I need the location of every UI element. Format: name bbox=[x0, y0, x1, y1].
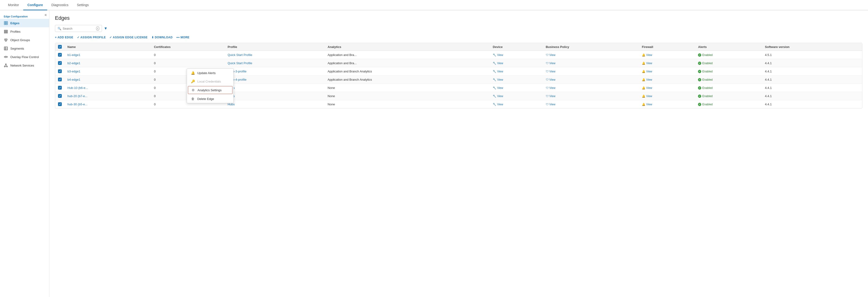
row-business-policy-3[interactable]: 🛡 View bbox=[543, 76, 639, 84]
row-analytics-6: None bbox=[325, 100, 490, 108]
svg-rect-3 bbox=[6, 23, 7, 25]
context-menu-item-update-alerts[interactable]: 🔔 Update Alerts bbox=[187, 69, 234, 77]
search-input[interactable] bbox=[63, 27, 95, 30]
filter-icon[interactable]: ▼ bbox=[104, 26, 107, 31]
sidebar-item-overlay-flow-control[interactable]: Overlay Flow Control bbox=[0, 53, 49, 61]
row-select-4[interactable] bbox=[55, 84, 65, 92]
row-software-version-5: 4.4.1 bbox=[762, 92, 862, 100]
row-name-2[interactable]: b3-edge1 bbox=[65, 67, 151, 76]
row-device-6[interactable]: 🔧 View bbox=[490, 100, 543, 108]
row-device-5[interactable]: 🔧 View bbox=[490, 92, 543, 100]
svg-line-21 bbox=[5, 65, 6, 66]
row-name-5[interactable]: hub-20 (b7-e... bbox=[65, 92, 151, 100]
row-checkbox-4[interactable] bbox=[58, 86, 62, 89]
object-groups-icon bbox=[4, 38, 8, 42]
overlay-flow-control-icon bbox=[4, 55, 8, 59]
row-analytics-0: Application and Bra... bbox=[325, 51, 490, 59]
svg-rect-0 bbox=[4, 21, 6, 23]
row-software-version-1: 4.4.1 bbox=[762, 59, 862, 67]
nav-configure[interactable]: Configure bbox=[23, 0, 47, 10]
row-analytics-1: Application and Bra... bbox=[325, 59, 490, 67]
svg-point-14 bbox=[4, 56, 5, 57]
row-analytics-2: Application and Branch Analytics bbox=[325, 67, 490, 76]
row-profile-0[interactable]: Quick Start Profile bbox=[225, 51, 325, 59]
sidebar-item-profiles[interactable]: Profiles bbox=[0, 27, 49, 36]
row-firewall-1[interactable]: 🔔 View bbox=[639, 59, 695, 67]
row-firewall-6[interactable]: 🔔 View bbox=[639, 100, 695, 108]
assign-profile-button[interactable]: ✓ ASSIGN PROFILE bbox=[77, 36, 106, 39]
sidebar-item-segments[interactable]: Segments bbox=[0, 44, 49, 53]
row-checkbox-2[interactable] bbox=[58, 70, 62, 73]
svg-rect-2 bbox=[4, 23, 6, 25]
row-business-policy-5[interactable]: 🛡 View bbox=[543, 92, 639, 100]
row-firewall-2[interactable]: 🔔 View bbox=[639, 67, 695, 76]
nav-diagnostics[interactable]: Diagnostics bbox=[47, 0, 72, 10]
row-name-6[interactable]: hub-30 (b5-e... bbox=[65, 100, 151, 108]
network-services-icon bbox=[4, 63, 8, 68]
sidebar-item-object-groups[interactable]: Object Groups bbox=[0, 36, 49, 44]
row-select-3[interactable] bbox=[55, 76, 65, 84]
row-device-2[interactable]: 🔧 View bbox=[490, 67, 543, 76]
row-profile-3[interactable]: edge-4-profile bbox=[225, 76, 325, 84]
header-analytics: Analytics bbox=[325, 43, 490, 51]
row-checkbox-1[interactable] bbox=[58, 61, 62, 65]
row-business-policy-0[interactable]: 🛡 View bbox=[543, 51, 639, 59]
row-select-5[interactable] bbox=[55, 92, 65, 100]
context-menu-item-delete-edge[interactable]: 🗑 Delete Edge bbox=[187, 94, 234, 103]
row-device-1[interactable]: 🔧 View bbox=[490, 59, 543, 67]
row-business-policy-2[interactable]: 🛡 View bbox=[543, 67, 639, 76]
row-analytics-3: Application and Branch Analytics bbox=[325, 76, 490, 84]
row-alerts-5: Enabled bbox=[695, 92, 762, 100]
add-edge-button[interactable]: + ADD EDGE bbox=[55, 36, 73, 39]
main-content: Edges 🔍 i ▼ + ADD EDGE ✓ ASSIGN PROFILE … bbox=[49, 10, 868, 297]
row-business-policy-1[interactable]: 🛡 View bbox=[543, 59, 639, 67]
row-device-3[interactable]: 🔧 View bbox=[490, 76, 543, 84]
row-profile-4[interactable]: Hubs bbox=[225, 84, 325, 92]
row-software-version-6: 4.4.1 bbox=[762, 100, 862, 108]
context-menu-item-analytics-settings[interactable]: ⚙ Analytics Settings bbox=[188, 86, 232, 94]
row-profile-1[interactable]: Quick Start Profile bbox=[225, 59, 325, 67]
search-icon: 🔍 bbox=[58, 27, 61, 30]
nav-settings[interactable]: Settings bbox=[72, 0, 93, 10]
sidebar-item-edges[interactable]: Edges bbox=[0, 19, 49, 27]
assign-edge-license-button[interactable]: ✓ ASSIGN EDGE LICENSE bbox=[110, 36, 148, 39]
row-select-2[interactable] bbox=[55, 67, 65, 76]
row-name-3[interactable]: b4-edge1 bbox=[65, 76, 151, 84]
row-device-0[interactable]: 🔧 View bbox=[490, 51, 543, 59]
header-select[interactable] bbox=[55, 43, 65, 51]
select-all-checkbox[interactable] bbox=[58, 45, 62, 49]
row-name-0[interactable]: b1-edge1 bbox=[65, 51, 151, 59]
row-firewall-5[interactable]: 🔔 View bbox=[639, 92, 695, 100]
row-firewall-0[interactable]: 🔔 View bbox=[639, 51, 695, 59]
info-icon[interactable]: i bbox=[96, 26, 99, 31]
svg-line-22 bbox=[6, 65, 7, 66]
row-profile-2[interactable]: edge-3-profile bbox=[225, 67, 325, 76]
edges-icon bbox=[4, 21, 8, 25]
row-device-4[interactable]: 🔧 View bbox=[490, 84, 543, 92]
download-button[interactable]: ⬇ DOWNLOAD bbox=[152, 36, 173, 39]
sidebar-collapse-button[interactable]: « bbox=[44, 13, 47, 17]
row-name-1[interactable]: b2-edge1 bbox=[65, 59, 151, 67]
row-certificates-1: 0 bbox=[151, 59, 225, 67]
sidebar-section-label: Edge Configuration bbox=[0, 12, 49, 19]
row-checkbox-6[interactable] bbox=[58, 102, 62, 106]
row-select-0[interactable] bbox=[55, 51, 65, 59]
nav-monitor[interactable]: Monitor bbox=[4, 0, 23, 10]
row-alerts-0: Enabled bbox=[695, 51, 762, 59]
row-firewall-3[interactable]: 🔔 View bbox=[639, 76, 695, 84]
row-name-4[interactable]: Hub-10 (b6-e... bbox=[65, 84, 151, 92]
row-checkbox-5[interactable] bbox=[58, 94, 62, 98]
row-checkbox-0[interactable] bbox=[58, 53, 62, 57]
row-business-policy-4[interactable]: 🛡 View bbox=[543, 84, 639, 92]
more-button[interactable]: ••• MORE bbox=[176, 36, 189, 39]
row-select-6[interactable] bbox=[55, 100, 65, 108]
row-business-policy-6[interactable]: 🛡 View bbox=[543, 100, 639, 108]
row-firewall-4[interactable]: 🔔 View bbox=[639, 84, 695, 92]
row-profile-6[interactable]: Hubs bbox=[225, 100, 325, 108]
row-select-1[interactable] bbox=[55, 59, 65, 67]
row-profile-5[interactable]: Hubs bbox=[225, 92, 325, 100]
context-menu-delete-edge-label: Delete Edge bbox=[197, 97, 214, 101]
row-checkbox-3[interactable] bbox=[58, 78, 62, 81]
sidebar-item-network-services[interactable]: Network Services bbox=[0, 61, 49, 70]
toolbar: 🔍 i ▼ bbox=[55, 25, 862, 32]
